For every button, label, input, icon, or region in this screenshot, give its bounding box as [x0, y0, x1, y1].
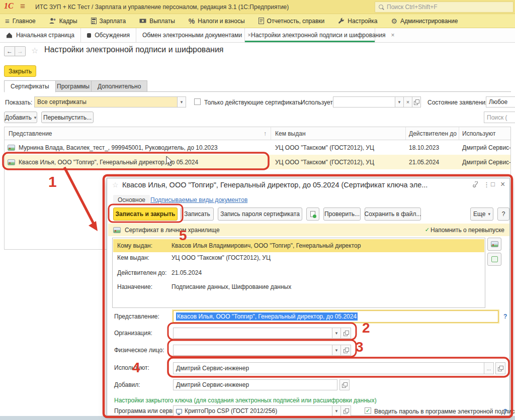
column-title: Действителен до	[409, 130, 457, 137]
close-dialog-icon[interactable]: ×	[500, 180, 505, 189]
dropdown-button[interactable]: ▾	[332, 328, 341, 339]
help-icon[interactable]: ?	[503, 313, 507, 320]
tab-discussions[interactable]: Обсуждения	[81, 28, 136, 42]
check-button[interactable]: Проверить...	[323, 207, 361, 221]
field-value: Дмитрий Сервис-инженер	[176, 365, 249, 372]
show-certificate-button[interactable]	[487, 238, 501, 251]
col-header-valid[interactable]: Действителен до	[406, 127, 459, 140]
tab-start-page[interactable]: Начальная страница	[0, 28, 81, 42]
info-row-issued-by: Кем выдан: УЦ ООО "Такском" (ГОСТ2012), …	[113, 254, 271, 261]
chevron-down-icon: ▾	[34, 115, 37, 120]
remind-reissue-checkbox[interactable]: ✓	[424, 227, 431, 233]
more-button[interactable]: Еще ▾	[470, 207, 493, 221]
col-header-users[interactable]: Используют	[459, 127, 510, 140]
certificate-dialog: ☆ Квасов Илья, ООО "Топгир", Генеральный…	[107, 178, 510, 416]
uses-filter-combo[interactable]: ▾ ×	[333, 96, 421, 108]
enter-password-checkbox[interactable]: ✓	[365, 407, 371, 414]
tab-label: Обсуждения	[95, 32, 130, 39]
col-header-presentation[interactable]: Представление ↑	[5, 127, 271, 140]
menu-item-payments[interactable]: Выплаты	[139, 18, 175, 25]
chevron-down-icon: ▾	[181, 99, 183, 104]
back-button[interactable]: ←	[4, 46, 15, 56]
users-label: Используют:	[114, 364, 149, 371]
open-button[interactable]	[341, 345, 351, 356]
clear-button[interactable]: ×	[404, 96, 412, 108]
key-settings-header: Настройки закрытого ключа (для создания …	[114, 397, 377, 404]
menu-item-settings[interactable]: Настройка	[338, 18, 377, 25]
more-menu-icon[interactable]: ⋮	[483, 181, 490, 188]
program-combo[interactable]: КриптоПро CSP (ГОСТ 2012/256) ▾	[173, 405, 351, 416]
request-state-combo[interactable]: Любое	[486, 96, 515, 108]
dialog-tab-signed-docs[interactable]: Подписываемые виды документов	[150, 196, 247, 203]
favorite-star-icon[interactable]: ☆	[31, 46, 38, 55]
close-tab-icon[interactable]: ×	[391, 32, 394, 39]
open-button[interactable]	[339, 379, 350, 390]
dropdown-button[interactable]: ▾	[178, 96, 186, 108]
help-button[interactable]: ?	[497, 207, 509, 221]
open-button[interactable]	[341, 405, 351, 416]
tab-edi-exchange[interactable]: Обмен электронными документами ×	[136, 28, 245, 42]
table-row[interactable]: Мурнина Влада, Василек_тест_, 999945001,…	[5, 140, 510, 155]
tab-programs[interactable]: Программы	[50, 80, 96, 92]
get-link-icon[interactable]	[472, 181, 479, 188]
open-button[interactable]	[495, 362, 505, 374]
forward-button[interactable]: →	[15, 46, 26, 56]
cell-issuer: УЦ ООО "Такском" (ГОСТ2012), УЦ	[271, 144, 406, 151]
person-combo[interactable]: ▾	[173, 345, 351, 356]
save-button[interactable]: Записать	[181, 207, 214, 221]
main-menu-icon[interactable]: ≡	[20, 2, 25, 12]
reissue-button[interactable]: Перевыпустить...	[41, 112, 94, 123]
save-certificate-password-button[interactable]: Запись пароля сертификата	[218, 207, 302, 221]
col-header-issuer[interactable]: Кем выдан	[271, 127, 406, 140]
open-button[interactable]	[341, 328, 351, 339]
certificate-info-panel: Кому выдан: Квасов Илья Владимирович, ОО…	[112, 238, 485, 308]
password-memory-button[interactable]	[306, 207, 319, 221]
column-title: Используют	[462, 130, 495, 137]
dialog-tab-main[interactable]: Основное	[113, 195, 150, 205]
add-button[interactable]: Добавить ▾	[4, 112, 37, 123]
menu-label: Зарплата	[100, 18, 126, 25]
menu-label: Настройка	[348, 18, 377, 25]
menu-label: Главное	[13, 18, 36, 25]
table-row-selected[interactable]: Квасов Илья, ООО "Топгир", Генеральный д…	[5, 155, 510, 169]
menu-item-reports[interactable]: Отчетность, справки	[259, 18, 325, 25]
added-by-label: Добавил:	[114, 381, 140, 388]
menu-item-staff[interactable]: Кадры	[49, 18, 77, 25]
only-valid-checkbox[interactable]	[194, 98, 201, 105]
show-filter-combo[interactable]: Все сертификаты ▾	[34, 96, 186, 108]
users-field[interactable]: Дмитрий Сервис-инженер ...	[173, 362, 505, 374]
help-icon[interactable]: ?	[503, 408, 507, 415]
info-row-issued-to[interactable]: Кому выдан: Квасов Илья Владимирович, ОО…	[113, 239, 484, 252]
combo-value: Любое	[489, 98, 507, 106]
presentation-input[interactable]: Квасов Илья, ООО "Топгир", Генеральный д…	[173, 310, 498, 323]
sections-icon: ≡	[5, 17, 10, 25]
dropdown-button[interactable]: ▾	[332, 405, 341, 416]
choose-button[interactable]: ...	[484, 362, 494, 374]
open-button[interactable]	[412, 96, 421, 108]
menu-item-main[interactable]: ≡ Главное	[5, 17, 36, 25]
cell-users: Дмитрий Сервис-инженер	[459, 159, 510, 166]
certificate-data-button[interactable]	[487, 253, 501, 266]
favorite-star-icon[interactable]: ☆	[112, 181, 119, 189]
remind-reissue-label: Напомнить о перевыпуске	[431, 227, 504, 234]
menu-item-salary[interactable]: Зарплата	[91, 18, 126, 25]
dropdown-button[interactable]: ▾	[395, 96, 404, 108]
button-label: Еще	[473, 211, 485, 218]
close-form-button[interactable]: Закрыть	[4, 65, 36, 77]
save-and-close-button[interactable]: Записать и закрыть	[113, 207, 178, 221]
organization-combo[interactable]: ▾	[173, 328, 351, 339]
save-to-file-button[interactable]: Сохранить в файл...	[365, 207, 421, 221]
maximize-icon[interactable]: □	[491, 180, 495, 188]
global-search-input[interactable]: Поиск Ctrl+Shift+F	[375, 2, 513, 13]
dropdown-button[interactable]: ▾	[332, 345, 341, 356]
tab-signature-settings[interactable]: Настройки электронной подписи и шифрован…	[245, 28, 375, 42]
organization-value	[173, 328, 332, 339]
program-label: Программа или сервис:	[114, 407, 181, 414]
tab-additional[interactable]: Дополнительно	[91, 80, 147, 92]
menu-item-administration[interactable]: ⚙ Администрирование	[391, 17, 458, 25]
list-search-input[interactable]: Поиск (	[484, 112, 515, 123]
menu-item-taxes[interactable]: % Налоги и взносы	[189, 17, 245, 25]
tab-certificates[interactable]: Сертификаты	[4, 80, 56, 92]
ellipsis-icon: ...	[487, 366, 491, 371]
chevron-down-icon: ▾	[335, 348, 338, 353]
